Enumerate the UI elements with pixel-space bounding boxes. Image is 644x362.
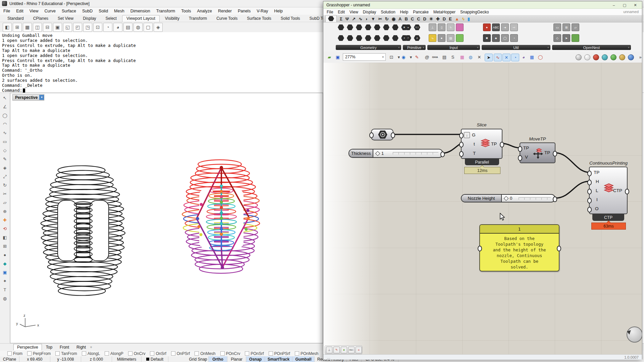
slice-input-T-nub[interactable] bbox=[459, 151, 464, 157]
toolbar-tab-visibility[interactable]: Visibility bbox=[161, 15, 183, 22]
plugin-tab-2[interactable]: ✚ bbox=[436, 16, 440, 22]
curve-tab[interactable]: ∿ bbox=[359, 16, 362, 22]
component-icon-opennest-5[interactable] bbox=[572, 34, 579, 42]
rhino-toolbar-icon-8[interactable]: ◳ bbox=[83, 23, 92, 32]
rhino-toolbar-icon-9[interactable]: ⊡ bbox=[93, 23, 102, 32]
preview-eye-icon[interactable]: ◉ bbox=[400, 54, 407, 61]
gh-menu-edit[interactable]: Edit bbox=[338, 10, 345, 14]
plugin-tab-e[interactable]: E bbox=[449, 16, 452, 22]
movetp-input-v-nub[interactable] bbox=[518, 155, 522, 161]
gh-menu-display[interactable]: Display bbox=[363, 10, 376, 14]
panel-output-nub[interactable] bbox=[557, 246, 561, 251]
component-icon-geometry-12[interactable] bbox=[391, 23, 399, 31]
rhino-tool-icon-13[interactable]: ⊕ bbox=[1, 207, 9, 215]
zoom-level-select[interactable]: 277% ▾ bbox=[343, 53, 386, 61]
fire-tab[interactable]: ▲ bbox=[455, 16, 459, 22]
rhino-menu-subd[interactable]: SubD bbox=[82, 9, 93, 13]
rhino-tool-icon-17[interactable]: ⊞ bbox=[1, 242, 9, 250]
viewport-tab-perspective[interactable]: Perspective bbox=[13, 344, 42, 350]
rewire-icon[interactable]: ∿ bbox=[494, 54, 502, 61]
component-icon-input-4[interactable]: ϟ bbox=[447, 23, 454, 31]
component-icon-util-7[interactable]: ◔ bbox=[510, 34, 518, 42]
component-icon-primitive-3[interactable]: A bbox=[413, 34, 421, 42]
viewport-tab-right[interactable]: Right bbox=[73, 344, 89, 350]
graft-icon[interactable]: ↓ bbox=[464, 132, 470, 138]
component-icon-util-3[interactable]: ♣ bbox=[492, 34, 500, 42]
movetp-output-nub[interactable] bbox=[553, 151, 557, 157]
component-icon-input-0[interactable]: ⊥ bbox=[429, 23, 436, 31]
search-icon[interactable]: S bbox=[449, 54, 457, 61]
rhino-menu-tools[interactable]: Tools bbox=[181, 9, 191, 13]
osnap-onsrf[interactable]: OnSrf bbox=[150, 351, 166, 356]
box-tab[interactable]: ▮ bbox=[468, 16, 470, 22]
cp-input-tp-label[interactable]: TP bbox=[594, 170, 599, 175]
red-preview-icon[interactable] bbox=[593, 54, 599, 60]
lightning-tab[interactable]: ϟ bbox=[462, 16, 465, 22]
cp-input-i-label[interactable]: I bbox=[596, 197, 598, 202]
component-icon-geometry-3[interactable] bbox=[346, 34, 354, 42]
cp-input-l-label[interactable]: L bbox=[596, 188, 598, 193]
sketch-quick-icon[interactable]: ✎ bbox=[333, 347, 340, 353]
checkbox-oncrv[interactable] bbox=[128, 351, 132, 356]
component-icon-util-0[interactable]: ● bbox=[483, 23, 491, 31]
checkbox-alongl[interactable] bbox=[82, 351, 86, 356]
minimize-button[interactable]: – bbox=[608, 1, 619, 9]
component-icon-opennest-1[interactable]: ◇ bbox=[553, 34, 561, 42]
rhino-tool-icon-4[interactable]: ∿ bbox=[1, 129, 9, 137]
cp-mode-tab[interactable]: CTP bbox=[592, 214, 624, 221]
toolbar-tab-curve-tools[interactable]: Curve Tools bbox=[212, 15, 241, 22]
osnap-onpsrf[interactable]: OnPSrf bbox=[171, 351, 190, 356]
rhino-menu-panels[interactable]: Panels bbox=[238, 9, 251, 13]
viewport-tab-front[interactable]: Front bbox=[56, 344, 72, 350]
plugin-tab-c2[interactable]: C bbox=[417, 16, 420, 22]
scribble-quick-icon[interactable]: ● bbox=[341, 347, 347, 353]
rhino-menu-analyze[interactable]: Analyze bbox=[197, 9, 212, 13]
record-region-icon[interactable]: ◯ bbox=[537, 54, 544, 61]
slice-output-label[interactable]: TP bbox=[491, 141, 497, 146]
checkbox-tanfrom[interactable] bbox=[55, 351, 60, 356]
close-button[interactable]: ✕ bbox=[630, 1, 641, 9]
rhino-tool-icon-9[interactable]: ⤢ bbox=[1, 173, 9, 180]
rhino-toolbar-icon-7[interactable]: ◰ bbox=[73, 23, 82, 32]
more-icon[interactable]: » bbox=[637, 54, 644, 61]
gh-menu-solution[interactable]: Solution bbox=[381, 10, 395, 14]
toolbar-tab-cplanes[interactable]: CPlanes bbox=[29, 15, 52, 22]
slice-input-g-nub[interactable] bbox=[459, 133, 464, 138]
component-icon-geometry-7[interactable] bbox=[364, 34, 372, 42]
rhino-menu-mesh[interactable]: Mesh bbox=[114, 9, 124, 13]
component-icon-input-1[interactable]: ∿ bbox=[429, 34, 436, 42]
rhino-tool-icon-1[interactable]: ∠ bbox=[1, 103, 9, 111]
panel-header[interactable]: 1 bbox=[480, 225, 559, 234]
cp-output-label[interactable]: CTP bbox=[613, 188, 622, 193]
component-icon-geometry-9[interactable] bbox=[373, 34, 381, 42]
loop-icon[interactable]: ◔ bbox=[511, 54, 519, 61]
status-ortho[interactable]: Ortho bbox=[209, 356, 227, 362]
shaded-preview-icon[interactable] bbox=[628, 54, 634, 60]
plugin-tab-b[interactable]: B bbox=[405, 16, 408, 22]
expand-icon[interactable]: + bbox=[477, 46, 479, 49]
vector-tab[interactable]: ↗ bbox=[352, 16, 356, 22]
osnap-alongp[interactable]: AlongP bbox=[105, 351, 123, 356]
checkbox-ponmesh[interactable] bbox=[295, 351, 299, 356]
status-gumball[interactable]: Gumball bbox=[292, 356, 315, 362]
cp-input-o-nub[interactable] bbox=[587, 207, 592, 213]
component-icon-geometry-2[interactable] bbox=[346, 23, 354, 31]
component-icon-geometry-13[interactable] bbox=[391, 34, 399, 42]
rhino-menu-help[interactable]: Help bbox=[274, 9, 283, 13]
slice-input-T-label[interactable]: T bbox=[473, 151, 476, 156]
status-smarttrack[interactable]: SmartTrack bbox=[265, 356, 292, 362]
rhino-toolbar-icon-14[interactable]: ▢ bbox=[144, 23, 153, 32]
slice-input-t-nub[interactable] bbox=[459, 142, 464, 147]
rhino-tool-icon-2[interactable]: ◯ bbox=[1, 112, 9, 119]
rhino-toolbar-icon-6[interactable]: ◱ bbox=[63, 23, 72, 32]
rhino-tool-icon-8[interactable]: ◈ bbox=[1, 164, 9, 172]
rhino-tool-icon-19[interactable]: ◆ bbox=[1, 260, 9, 267]
cluster-icon[interactable]: ▤ bbox=[441, 54, 448, 61]
gh-menu-snappinggecko[interactable]: SnappingGecko bbox=[460, 10, 489, 14]
rhino-menu-view[interactable]: View bbox=[30, 9, 39, 13]
sets-tab[interactable]: Ψ bbox=[345, 16, 349, 22]
rhino-toolbar-icon-0[interactable]: ◧ bbox=[3, 23, 12, 32]
rhino-menu-solid[interactable]: Solid bbox=[99, 9, 108, 13]
rhino-tool-icon-23[interactable]: ◍ bbox=[1, 295, 9, 302]
open-file-icon[interactable]: ▰ bbox=[326, 54, 333, 61]
